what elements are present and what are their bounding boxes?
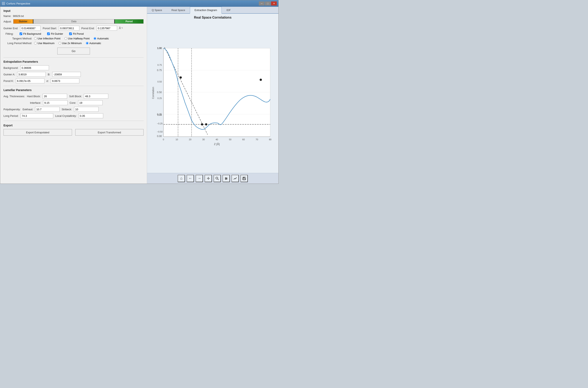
settings-button[interactable] (222, 175, 230, 182)
svg-text:0.25: 0.25 (157, 97, 162, 99)
b-label: B: (48, 73, 50, 76)
line-icon (233, 177, 237, 180)
tab-bar: Q Space Real Space Extraction Diagram ID… (147, 7, 278, 14)
interface-input[interactable]: 9.15 (43, 100, 67, 105)
svg-line-40 (218, 179, 219, 180)
adjust-label: Adjust: (3, 20, 12, 23)
guinier-a-input[interactable]: 3.8019 (17, 72, 46, 77)
zoom-button[interactable] (214, 175, 221, 182)
tab-real-space[interactable]: Real Space (167, 7, 190, 14)
divider-h3 (3, 121, 144, 121)
tab-idf[interactable]: IDF (222, 7, 235, 14)
porod-start-input[interactable]: 0.09373911 (59, 26, 79, 31)
porod-end-label: Porod End: (81, 27, 95, 30)
inflection-item: Use Inflection Point (34, 37, 60, 40)
svg-text:30: 30 (202, 138, 205, 141)
svg-text:Correlation: Correlation (152, 87, 154, 99)
automatic-radio[interactable] (94, 37, 96, 40)
lamellar-params: Lamellar Parameters Avg. Thicknesses: Ha… (3, 88, 144, 118)
tab-q-space[interactable]: Q Space (147, 7, 167, 14)
unit-label: Å⁻¹ (119, 27, 123, 30)
right-panel: Q Space Real Space Extraction Diagram ID… (147, 7, 278, 184)
use-2x-minimum-radio[interactable] (59, 42, 61, 45)
core-input[interactable]: 19 (78, 100, 103, 105)
guinier-end-input[interactable]: 0.01469087 (20, 26, 41, 31)
guinier-ab-row: Guinier A: 3.8019 B: -20859 (3, 72, 144, 77)
porod-k-label: Porod K: (3, 79, 14, 82)
chart-svg: 1.00 0.75 0.50 0.25 0.00 (151, 20, 274, 171)
halfway-radio[interactable] (65, 37, 67, 40)
use-2x-minimum-item: Use 2x Minimum (59, 42, 82, 45)
export-title: Export (3, 124, 144, 127)
svg-text:70: 70 (256, 138, 258, 141)
fit-porod-checkbox[interactable] (69, 32, 72, 35)
app-icon (2, 2, 5, 5)
export-section: Export Export Extrapolated Export Transf… (3, 124, 144, 136)
pan-button[interactable]: ✛ (205, 175, 212, 182)
svg-point-45 (226, 178, 227, 179)
gradient-bar[interactable]: Guinier Data Porod (13, 19, 144, 24)
svg-text:0.00: 0.00 (157, 114, 162, 116)
extrapolation-params: Extrapolation Parameters Background: 0.3… (3, 60, 144, 83)
eekhaut-input[interactable]: 10.7 (35, 107, 60, 112)
guinier-segment: Guinier (13, 19, 33, 24)
svg-point-33 (180, 76, 182, 78)
svg-text:50: 50 (229, 138, 231, 141)
tab-extraction-diagram[interactable]: Extraction Diagram (190, 7, 222, 14)
background-row: Background: 0.36606 (3, 65, 144, 70)
porod-end-input[interactable]: 0.1357987 (97, 26, 117, 31)
line-button[interactable] (232, 175, 239, 182)
sigma-input[interactable]: 9.0673 (51, 78, 79, 83)
local-crystal-input[interactable]: 0.35 (79, 113, 103, 118)
main-window: Corfunc Perspective ─ □ ✕ Input Name: 98… (0, 0, 279, 184)
forward-button[interactable]: → (196, 175, 203, 182)
minimize-button[interactable]: ─ (259, 1, 264, 5)
polydispersity-row: Polydispersity: Eekhaut: 10.7 Stribeck: … (3, 107, 144, 112)
automatic2-radio[interactable] (86, 42, 88, 45)
eekhaut-label: Eekhaut: (23, 108, 33, 111)
export-transformed-button[interactable]: Export Transformed (75, 129, 144, 136)
soft-block-input[interactable]: 48.3 (84, 94, 108, 99)
save-button[interactable] (240, 175, 248, 182)
title-bar-left: Corfunc Perspective (2, 2, 30, 5)
core-label: Core: (69, 101, 76, 104)
soft-block-label: Soft Block: (69, 95, 82, 98)
home-button[interactable]: ⌂ (178, 175, 185, 182)
use-2x-minimum-label: Use 2x Minimum (62, 42, 82, 45)
stribeck-label: Stribeck: (62, 108, 72, 111)
long-period-input[interactable]: 74.3 (21, 113, 53, 118)
long-period-radio-group: Use Maximum Use 2x Minimum Automatic (34, 42, 101, 45)
back-button[interactable]: ← (187, 175, 194, 182)
close-button[interactable]: ✕ (271, 1, 277, 5)
export-extrapolated-button[interactable]: Export Extrapolated (3, 129, 72, 136)
maximize-button[interactable]: □ (265, 1, 271, 5)
sigma-label: σ: (46, 79, 49, 82)
use-maximum-item: Use Maximum (34, 42, 54, 45)
porod-k-input[interactable]: 6.0917e-05 (16, 78, 44, 83)
hard-block-input[interactable]: 26 (43, 94, 67, 99)
svg-text:40: 40 (216, 138, 218, 141)
zoom-icon (215, 177, 219, 180)
b-input[interactable]: -20859 (52, 72, 81, 77)
fit-guinier-label: Fit Guinier (51, 32, 63, 35)
svg-text:80: 80 (269, 138, 271, 141)
name-row: Name: 98929.txt (3, 15, 144, 18)
fit-guinier-checkbox[interactable] (47, 32, 50, 35)
window-controls: ─ □ ✕ (259, 1, 277, 5)
svg-text:0.00: 0.00 (157, 135, 162, 138)
fit-background-checkbox[interactable] (20, 32, 22, 35)
use-maximum-radio[interactable] (34, 42, 37, 45)
svg-point-36 (260, 79, 262, 81)
guinier-a-label: Guinier A: (3, 73, 15, 76)
svg-text:0.75: 0.75 (157, 69, 162, 72)
stribeck-input[interactable]: 10 (74, 107, 99, 112)
background-input[interactable]: 0.36606 (21, 65, 49, 70)
long-period-label: Long Period: (3, 114, 19, 118)
svg-rect-48 (243, 177, 244, 178)
svg-text:1.00: 1.00 (157, 47, 162, 49)
interface-core-row: Interface: 9.15 Core: 19 (3, 100, 144, 105)
go-button[interactable]: Go (57, 48, 90, 54)
svg-point-35 (205, 123, 207, 125)
svg-text:20: 20 (189, 138, 191, 141)
inflection-radio[interactable] (34, 37, 37, 40)
